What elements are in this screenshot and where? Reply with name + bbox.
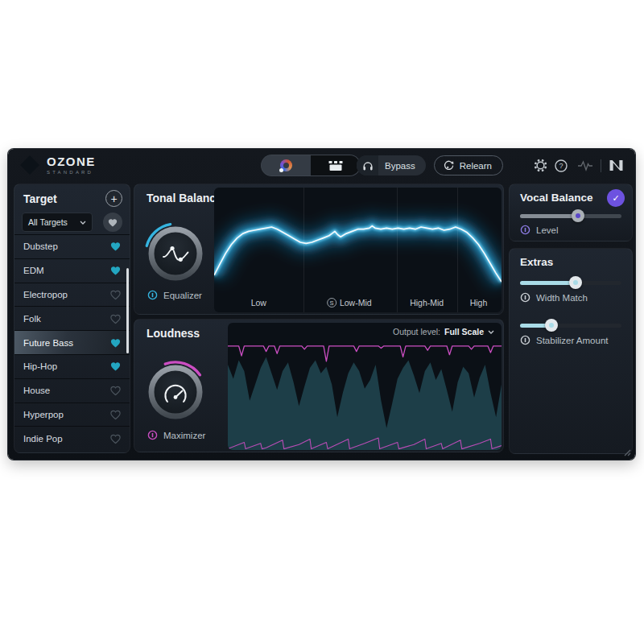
maximizer-power-toggle[interactable] <box>147 430 158 440</box>
heart-outline-icon[interactable] <box>109 313 122 324</box>
target-list-item[interactable]: Folk <box>14 306 130 330</box>
band-label[interactable]: SLow-Mid <box>327 298 372 308</box>
band-label[interactable]: Low <box>251 298 266 308</box>
genre-label: Electropop <box>23 290 68 299</box>
svg-text:?: ? <box>559 162 563 170</box>
ozone-swirl-icon <box>19 155 40 175</box>
assistant-view-icon <box>280 159 292 171</box>
vocal-balance-panel: Vocal Balance ✓ Level <box>509 184 633 242</box>
slider-thumb[interactable] <box>569 276 582 289</box>
tonal-balance-panel: Tonal Balance <box>134 184 504 315</box>
help-icon[interactable]: ? <box>555 159 568 172</box>
genre-label: Hip-Hop <box>23 361 57 371</box>
solo-badge[interactable]: S <box>327 298 336 308</box>
equalizer-label: Equalizer <box>163 291 202 300</box>
tonal-balance-title: Tonal Balance <box>147 192 222 204</box>
maximizer-label: Maximizer <box>163 431 205 440</box>
heart-outline-icon[interactable] <box>109 385 122 396</box>
slider-thumb[interactable] <box>572 209 584 222</box>
topbar-divider <box>601 159 601 172</box>
relearn-label: Relearn <box>460 161 492 171</box>
settings-gear-icon[interactable] <box>534 159 547 172</box>
heart-filled-icon[interactable] <box>109 337 122 349</box>
width-match-power-toggle[interactable] <box>520 292 530 303</box>
detailed-view-tab[interactable] <box>311 155 360 175</box>
genre-label: Indie Pop <box>23 434 63 444</box>
band-name: High-Mid <box>410 298 444 308</box>
ni-logo <box>609 159 624 171</box>
genre-label: Folk <box>23 314 41 324</box>
refresh-icon <box>443 159 455 171</box>
band-divider <box>397 188 398 312</box>
headphones-icon <box>357 155 378 175</box>
favorites-filter-button[interactable] <box>103 213 122 232</box>
target-title: Target <box>23 192 57 205</box>
target-filter-value: All Targets <box>28 217 68 227</box>
maximizer-knob[interactable] <box>143 360 208 427</box>
genre-label: House <box>23 386 50 395</box>
target-list-item[interactable]: Hip-Hop <box>14 354 130 378</box>
target-list-item[interactable]: Future Bass <box>14 330 130 354</box>
signal-wave-icon[interactable] <box>577 159 593 171</box>
band-name: Low <box>251 298 266 308</box>
width-match-slider[interactable] <box>520 276 621 289</box>
slider-thumb[interactable] <box>545 319 558 332</box>
vocal-level-slider[interactable] <box>520 209 621 222</box>
tonal-balance-graph[interactable]: LowSLow-MidHigh-MidHigh <box>214 188 502 312</box>
heart-filled-icon[interactable] <box>109 361 122 372</box>
target-list-item[interactable]: Electropop <box>14 283 130 307</box>
loudness-panel: Loudness <box>134 319 504 452</box>
target-list-scrollbar[interactable] <box>126 268 129 353</box>
vocal-balance-title: Vocal Balance <box>520 192 593 204</box>
band-label[interactable]: High <box>470 298 488 308</box>
extras-title: Extras <box>520 256 553 268</box>
target-list-item[interactable]: Dubstep <box>14 234 130 258</box>
genre-label: Dubstep <box>23 242 58 251</box>
add-target-button[interactable]: + <box>105 190 122 207</box>
band-label[interactable]: High-Mid <box>410 298 444 308</box>
target-panel: Target + All Targets DubstepEDMElectropo… <box>14 184 130 453</box>
heart-filled-icon[interactable] <box>109 265 122 276</box>
vocal-level-power-toggle[interactable] <box>520 225 530 235</box>
heart-outline-icon[interactable] <box>109 409 122 420</box>
equalizer-power-toggle[interactable] <box>147 290 158 300</box>
loudness-title: Loudness <box>147 327 200 340</box>
loudness-graph[interactable]: Output level: Full Scale <box>228 323 502 450</box>
genre-label: Future Bass <box>23 338 73 348</box>
view-toggle <box>262 155 360 175</box>
chevron-down-icon <box>488 330 494 334</box>
target-list-item[interactable]: EDM <box>14 258 130 283</box>
window-resize-grip[interactable] <box>623 448 631 456</box>
heart-filled-icon[interactable] <box>109 241 122 252</box>
brand-subtitle: STANDARD <box>47 170 96 175</box>
extras-panel: Extras Width Match <box>509 248 633 454</box>
assistant-view-tab[interactable] <box>262 155 311 175</box>
ozone-plugin-window: OZONE STANDARD <box>8 149 635 460</box>
target-list-item[interactable]: House <box>14 378 130 402</box>
brand-name: OZONE <box>47 155 96 167</box>
stabilizer-power-toggle[interactable] <box>520 335 530 345</box>
vocal-level-label: Level <box>536 225 559 235</box>
vocal-balance-enabled-check[interactable]: ✓ <box>607 189 625 207</box>
output-level-dropdown[interactable]: Output level: Full Scale <box>393 327 494 336</box>
bypass-button[interactable]: Bypass <box>357 155 426 175</box>
slider-fill <box>520 214 578 218</box>
target-filter-dropdown[interactable]: All Targets <box>22 213 93 232</box>
relearn-button[interactable]: Relearn <box>434 155 503 175</box>
band-divider <box>303 188 304 312</box>
output-level-value: Full Scale <box>444 327 484 336</box>
equalizer-knob[interactable] <box>143 221 208 289</box>
target-list-item[interactable]: Indie Pop <box>14 426 130 450</box>
target-genre-list: DubstepEDMElectropopFolkFuture BassHip-H… <box>14 234 130 452</box>
chevron-down-icon <box>80 221 86 225</box>
page: OZONE STANDARD <box>0 0 644 644</box>
stabilizer-amount-slider[interactable] <box>520 319 621 332</box>
heart-outline-icon[interactable] <box>109 289 122 300</box>
target-list-item[interactable]: Hyperpop <box>14 402 130 427</box>
heart-outline-icon[interactable] <box>109 433 122 444</box>
band-divider <box>457 188 458 312</box>
heart-icon <box>107 217 118 228</box>
genre-label: Hyperpop <box>23 410 64 419</box>
band-name: Low-Mid <box>340 298 372 308</box>
modules-view-icon <box>328 160 344 171</box>
